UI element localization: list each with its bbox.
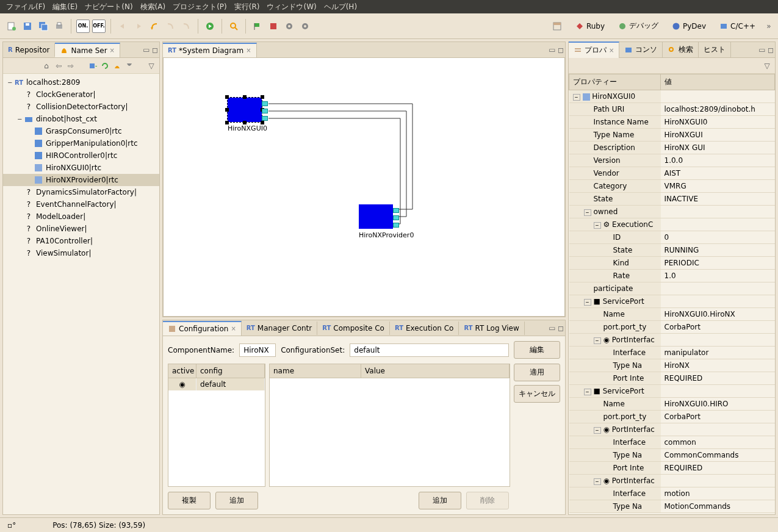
gear2-button[interactable] (298, 20, 312, 33)
refresh-icon[interactable] (101, 62, 109, 70)
prop-row[interactable]: DescriptionHiroNX GUI (569, 142, 775, 154)
close-icon[interactable]: × (609, 47, 614, 54)
prop-row[interactable]: −◉ PortInterfac (569, 334, 775, 347)
collapse-icon[interactable]: − (15, 115, 24, 123)
component-hironxgui0[interactable]: HiroNXGUI0 (228, 98, 267, 132)
prop-row[interactable]: −◉ PortInterfac (569, 475, 775, 487)
menu-window[interactable]: ウィンドウ(W) (264, 1, 319, 13)
prop-row[interactable]: NameHiroNXGUI0.HIRO (569, 398, 775, 411)
gear1-button[interactable] (283, 20, 296, 33)
tab-composite[interactable]: RTComposite Co (317, 322, 390, 335)
prop-row[interactable]: −owned (569, 206, 775, 218)
prop-row[interactable]: −◉ PortInterfac (569, 423, 775, 436)
stop-button[interactable] (267, 20, 280, 33)
collapse-icon[interactable]: − (594, 478, 601, 485)
menu-file[interactable]: ファイル(F) (4, 1, 48, 13)
prop-row[interactable]: Path URIlocalhost:2809/dinobot.h (569, 103, 775, 116)
menu-help[interactable]: ヘルプ(H) (322, 1, 359, 13)
flag-button[interactable] (251, 20, 264, 33)
prop-row[interactable]: Type NaCommonCommands (569, 449, 775, 462)
tree-item-folder[interactable]: −dinobot|host_cxt (3, 113, 159, 125)
prop-row[interactable]: Type NaMotionCommands (569, 500, 775, 513)
active-radio[interactable]: ◉ (168, 378, 196, 390)
tab-properties[interactable]: プロパ× (569, 41, 619, 58)
menu-dropdown-icon[interactable]: ▽ (147, 62, 156, 70)
prop-row[interactable]: Rate1.0 (569, 270, 775, 282)
nav-back-button[interactable] (148, 20, 161, 33)
nav-fwd-button[interactable] (164, 20, 177, 33)
port-icon[interactable] (393, 215, 399, 220)
configset-field[interactable] (350, 343, 509, 357)
toggle-on-button[interactable]: ON. (76, 20, 90, 33)
tab-execution[interactable]: RTExecution Co (390, 322, 459, 335)
component-hironxprovider0[interactable]: HiroNXProvider0 (359, 204, 414, 239)
tree-item[interactable]: GripperManipulation0|rtc (3, 137, 159, 149)
tree-item[interactable]: ?ViewSimulator| (3, 247, 159, 259)
delete-icon[interactable] (125, 62, 134, 70)
cancel-button[interactable]: キャンセル (514, 385, 560, 403)
tab-manager[interactable]: RTManager Contr (242, 322, 317, 335)
maximize-icon[interactable]: ◻ (766, 46, 775, 54)
prop-row[interactable]: − HiroNXGUI0 (569, 90, 775, 103)
collapse-icon[interactable]: − (5, 78, 14, 87)
tab-history[interactable]: ヒスト (699, 42, 731, 57)
prop-row[interactable]: CategoryVMRG (569, 180, 775, 193)
port-icon[interactable] (393, 223, 399, 228)
search-button[interactable] (227, 20, 240, 33)
prop-row[interactable]: ID0 (569, 231, 775, 244)
perspective-cpp[interactable]: C/C++ (715, 20, 760, 32)
port-icon[interactable] (262, 109, 268, 113)
minimize-icon[interactable]: ▭ (548, 46, 556, 54)
menu-dropdown-icon[interactable]: ▽ (763, 62, 771, 70)
collapse-icon[interactable]: − (594, 222, 601, 229)
minimize-icon[interactable]: ▭ (142, 46, 151, 54)
undo-button[interactable] (116, 20, 129, 33)
edit-button[interactable]: 編集 (514, 341, 560, 359)
minimize-icon[interactable]: ▭ (758, 46, 766, 54)
prop-row[interactable]: Instance NameHiroNXGUI0 (569, 116, 775, 129)
tree-root[interactable]: −RTlocalhost:2809 (3, 76, 159, 88)
back-icon[interactable]: ⇦ (54, 62, 63, 70)
tree-item[interactable]: GraspConsumer0|rtc (3, 125, 159, 137)
close-icon[interactable]: × (231, 325, 236, 332)
prop-row[interactable]: StateRUNNING (569, 244, 775, 257)
tree-item[interactable]: ?EventChannelFactory| (3, 198, 159, 210)
properties-view[interactable]: プロパティー値 − HiroNXGUI0 Path URIlocalhost:2… (569, 74, 775, 514)
collapse-icon[interactable]: − (584, 389, 591, 395)
tree-item[interactable]: ?ModelLoader| (3, 210, 159, 223)
run-button[interactable] (203, 20, 217, 33)
prop-row[interactable]: Port InteREQUIRED (569, 372, 775, 385)
prop-row[interactable]: NameHiroNXGUI0.HiroNX (569, 308, 775, 321)
prop-row[interactable]: StateINACTIVE (569, 193, 775, 206)
menu-navigate[interactable]: ナビゲート(N) (82, 1, 135, 13)
tree-item[interactable]: ?ClockGenerator| (3, 88, 159, 101)
prop-row[interactable]: participate (569, 282, 775, 295)
menu-edit[interactable]: 編集(E) (50, 1, 80, 13)
tree-item[interactable]: ?DynamicsSimulatorFactory| (3, 186, 159, 198)
prop-row[interactable]: port.port_tyCorbaPort (569, 321, 775, 334)
duplicate-button[interactable]: 複製 (168, 492, 211, 509)
tree-item[interactable]: ?PA10Controller| (3, 235, 159, 247)
filter-icon[interactable] (113, 62, 121, 70)
perspective-ruby[interactable]: Ruby (571, 20, 609, 32)
prop-row[interactable]: port.port_tyCorbaPort (569, 411, 775, 423)
tree-item[interactable]: ?OnlineViewer| (3, 223, 159, 235)
maximize-icon[interactable]: ◻ (151, 46, 159, 54)
config-row-default[interactable]: default (196, 378, 265, 390)
tab-repository[interactable]: RRepositor (3, 43, 55, 57)
menu-search[interactable]: 検索(A) (138, 1, 168, 13)
save-all-button[interactable] (37, 20, 50, 33)
fwd-icon[interactable]: ⇨ (67, 62, 75, 70)
tab-nameservice[interactable]: Name Ser× (55, 43, 120, 57)
port-icon[interactable] (393, 208, 399, 213)
prop-row[interactable]: −■ ServicePort (569, 295, 775, 308)
prop-row[interactable]: VendorAIST (569, 167, 775, 180)
nav-fwd2-button[interactable] (179, 20, 193, 33)
maximize-icon[interactable]: ◻ (556, 324, 565, 332)
delete-button[interactable]: 削除 (466, 492, 509, 509)
perspective-debug[interactable]: デバッグ (614, 19, 663, 33)
tab-rtlog[interactable]: RTRT Log View (459, 322, 524, 335)
tab-configuration[interactable]: Configuration× (163, 321, 242, 336)
close-icon[interactable]: × (110, 47, 115, 54)
prop-row[interactable]: Type NameHiroNXGUI (569, 129, 775, 142)
